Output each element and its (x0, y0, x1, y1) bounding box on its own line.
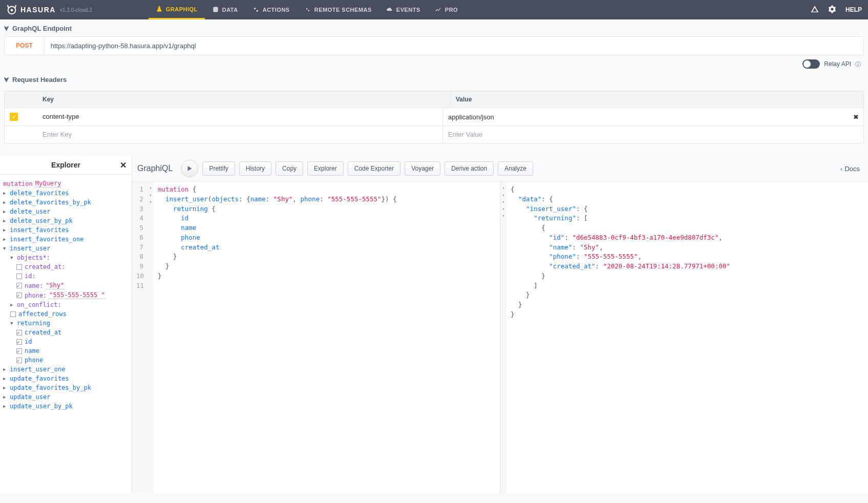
nav-remote-schemas[interactable]: REMOTE SCHEMAS (297, 0, 379, 19)
field-delete-user-by-pk[interactable]: ▶delete_user_by_pk (3, 216, 129, 225)
endpoint-bar: POST https://adapting-python-58.hasura.a… (4, 36, 864, 55)
explorer-title: Explorer (51, 161, 80, 169)
cloud-icon (386, 6, 393, 13)
plug-icon (304, 6, 311, 13)
settings-icon[interactable] (828, 5, 836, 15)
field-delete-favorites-by-pk[interactable]: ▶delete_favorites_by_pk (3, 198, 129, 207)
headers-section-header[interactable]: ⮟ Request Headers (0, 71, 868, 88)
code-exporter-button[interactable]: Code Exporter (348, 161, 400, 176)
nav-data[interactable]: DATA (205, 0, 245, 19)
arg-id[interactable]: id: (3, 271, 129, 281)
relay-api-toggle[interactable] (802, 59, 820, 69)
gears-icon (252, 6, 260, 13)
execute-button[interactable] (181, 160, 198, 177)
graphiql-toolbar: GraphiQL Prettify History Copy Explorer … (132, 156, 868, 182)
field-update-user-by-pk[interactable]: ▶update_user_by_pk (3, 402, 129, 411)
key-column-header: Key (5, 91, 451, 108)
chart-icon (435, 6, 442, 13)
help-link[interactable]: HELP (845, 6, 862, 13)
arg-created-at[interactable]: created_at: (3, 262, 129, 271)
explorer-button[interactable]: Explorer (307, 161, 344, 176)
query-editor[interactable]: 1234567891011 ▾▾▾ mutation { insert_user… (132, 182, 500, 494)
history-button[interactable]: History (239, 161, 271, 176)
header-value-input[interactable] (448, 131, 843, 138)
arg-name[interactable]: name: "Shy" (3, 281, 129, 290)
field-returning[interactable]: ▼returning (3, 319, 129, 328)
arg-phone[interactable]: phone: "555-555-5555 " (3, 290, 129, 300)
chevron-down-icon: ⮟ (4, 26, 9, 31)
header-key-input[interactable] (43, 131, 437, 138)
result-viewer[interactable]: ▾▾▾▾▾ { "data": { "insert_user": { "retu… (500, 182, 868, 494)
endpoint-section-header[interactable]: ⮟ GraphQL Endpoint (0, 19, 868, 36)
field-update-favorites-by-pk[interactable]: ▶update_favorites_by_pk (3, 383, 129, 392)
prettify-button[interactable]: Prettify (202, 161, 235, 176)
field-delete-user[interactable]: ▶delete_user (3, 207, 129, 216)
value-column-header: Value (451, 91, 863, 108)
field-update-favorites[interactable]: ▶update_favorites (3, 374, 129, 383)
svg-point-1 (11, 10, 13, 11)
nav-actions[interactable]: ACTIONS (245, 0, 297, 19)
header-value[interactable]: application/json (448, 113, 843, 121)
alert-icon[interactable] (811, 5, 819, 15)
hasura-logo-icon (6, 4, 17, 15)
top-nav: HASURA v1.3.0-cloud.2 GRAPHIQL DATA ACTI… (0, 0, 868, 19)
copy-button[interactable]: Copy (276, 161, 303, 176)
header-enabled-checkbox[interactable]: ✓ (10, 113, 18, 121)
field-insert-user-one[interactable]: ▶insert_user_one (3, 365, 129, 374)
new-header-row (5, 126, 863, 143)
field-delete-favorites[interactable]: ▶delete_favorites (3, 188, 129, 198)
logo[interactable]: HASURA (6, 4, 56, 15)
chevron-down-icon: ⮟ (4, 77, 9, 82)
header-key[interactable]: content-type (43, 113, 79, 120)
svg-point-4 (256, 10, 258, 12)
arg-objects[interactable]: ▼objects*: (3, 253, 129, 262)
field-insert-favorites-one[interactable]: ▶insert_favorites_one (3, 235, 129, 244)
field-insert-favorites[interactable]: ▶insert_favorites (3, 225, 129, 235)
field-update-user[interactable]: ▶update_user (3, 392, 129, 402)
ret-phone[interactable]: phone (3, 355, 129, 365)
endpoint-url[interactable]: https://adapting-python-58.hasura.app/v1… (45, 37, 863, 55)
ret-created-at[interactable]: created_at (3, 328, 129, 337)
query-name-input[interactable]: MyQuery (34, 180, 62, 187)
analyze-button[interactable]: Analyze (498, 161, 533, 176)
flask-icon (156, 6, 163, 13)
header-row: ✓ content-type application/json ✖ (5, 108, 863, 126)
nav-events[interactable]: EVENTS (379, 0, 428, 19)
ret-name[interactable]: name (3, 346, 129, 355)
nav-graphiql[interactable]: GRAPHIQL (149, 0, 205, 19)
arg-on-conflict[interactable]: ▶on_conflict: (3, 300, 129, 309)
derive-action-button[interactable]: Derive action (444, 161, 494, 176)
field-affected-rows[interactable]: affected_rows (3, 309, 129, 319)
chevron-left-icon: ‹ (840, 165, 842, 173)
request-headers-table: Key Value ✓ content-type application/jso… (4, 91, 864, 143)
brand-name: HASURA (20, 6, 56, 14)
explorer-panel: Explorer ✕ mutation MyQuery ▶delete_favo… (0, 156, 132, 494)
graphiql-title: GraphiQL (137, 164, 173, 173)
ret-id[interactable]: id (3, 337, 129, 346)
voyager-button[interactable]: Voyager (405, 161, 440, 176)
relay-api-label: Relay API (824, 60, 851, 68)
info-icon[interactable]: ⓘ (855, 60, 861, 68)
docs-button[interactable]: ‹ Docs (840, 165, 863, 173)
database-icon (212, 6, 219, 13)
close-icon[interactable]: ✕ (120, 160, 126, 170)
delete-header-button[interactable]: ✖ (848, 108, 863, 125)
nav-pro[interactable]: PRO (428, 0, 465, 19)
field-insert-user[interactable]: ▼insert_user (3, 244, 129, 253)
svg-point-3 (254, 8, 256, 9)
http-method-label: POST (5, 37, 45, 55)
version-label: v1.3.0-cloud.2 (60, 7, 92, 13)
